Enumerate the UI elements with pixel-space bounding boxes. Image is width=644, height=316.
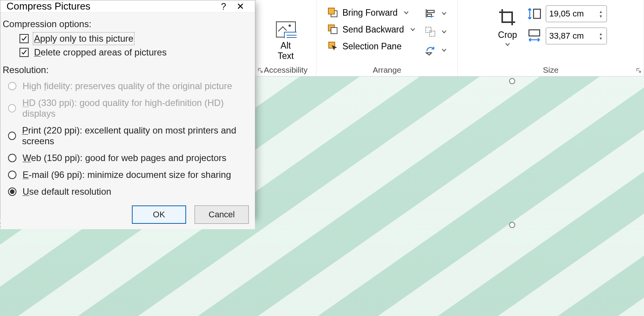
help-button[interactable]: ? <box>215 1 232 12</box>
compress-pictures-dialog: Compress Pictures ? ✕ Compression option… <box>0 0 255 218</box>
radio-print[interactable] <box>8 132 16 140</box>
radio-web-label[interactable]: Web (150 ppi): good for web pages and pr… <box>23 153 226 163</box>
svg-rect-6 <box>328 8 334 14</box>
bring-forward-split: Bring Forward <box>325 5 419 20</box>
resolution-heading: Resolution: <box>3 65 253 75</box>
send-backward-dropdown[interactable] <box>406 25 419 34</box>
cancel-button[interactable]: Cancel <box>195 205 249 224</box>
width-spin-down[interactable]: ▼ <box>598 36 603 40</box>
group-label-size: Size <box>543 63 559 75</box>
selection-pane-label: Selection Pane <box>342 41 402 52</box>
send-backward-label: Send Backward <box>342 24 404 35</box>
bring-forward-icon <box>327 7 339 18</box>
height-value: 19,05 cm <box>549 9 598 19</box>
svg-point-1 <box>289 24 291 27</box>
svg-rect-16 <box>529 30 540 36</box>
radio-hd-label: HD (330 ppi): good quality for high-defi… <box>22 98 253 119</box>
rotate-dropdown[interactable] <box>439 45 449 55</box>
crop-button[interactable]: Crop <box>495 5 521 49</box>
selection-pane-button[interactable]: Selection Pane <box>325 39 404 54</box>
apply-only-label[interactable]: Apply only to this picture <box>34 33 133 44</box>
svg-rect-8 <box>331 28 337 34</box>
bring-forward-button[interactable]: Bring Forward <box>325 5 400 20</box>
compression-options-heading: Compression options: <box>3 19 253 29</box>
group-label-accessibility: Accessibility <box>264 63 307 75</box>
height-spin-down[interactable]: ▼ <box>598 14 603 18</box>
ok-button[interactable]: OK <box>132 205 186 224</box>
close-button[interactable]: ✕ <box>232 1 249 12</box>
svg-rect-14 <box>430 31 435 36</box>
group-dropdown[interactable] <box>439 27 449 37</box>
group-label-arrange: Arrange <box>373 63 401 75</box>
radio-email[interactable] <box>8 171 16 179</box>
height-input[interactable]: 19,05 cm ▲ ▼ <box>546 5 607 22</box>
height-spin-up[interactable]: ▲ <box>598 10 603 13</box>
radio-email-label[interactable]: E-mail (96 ppi): minimize document size … <box>23 169 231 180</box>
ribbon: Alt Text Accessibility Bring F <box>255 0 644 77</box>
send-backward-icon <box>327 24 339 35</box>
ribbon-group-arrange: Bring Forward Send Back <box>316 0 458 76</box>
selection-pane-icon <box>327 41 339 52</box>
radio-hd <box>8 104 16 112</box>
dialog-title: Compress Pictures <box>6 0 215 12</box>
delete-cropped-checkbox[interactable] <box>19 48 29 57</box>
ribbon-group-size: Crop 19,05 cm ▲ <box>458 0 644 76</box>
svg-rect-13 <box>426 27 431 33</box>
height-icon <box>527 6 542 21</box>
alt-text-button[interactable]: Alt Text <box>273 19 299 63</box>
delete-cropped-label[interactable]: Delete cropped areas of pictures <box>34 47 167 58</box>
radio-high-fidelity-label: High fidelity: preserves quality of the … <box>23 81 232 91</box>
ribbon-group-accessibility: Alt Text Accessibility <box>255 0 316 76</box>
selection-pane-row: Selection Pane <box>325 39 419 54</box>
radio-web[interactable] <box>8 154 16 162</box>
radio-default-label[interactable]: Use default resolution <box>23 186 111 197</box>
radio-default[interactable] <box>8 187 16 196</box>
width-input[interactable]: 33,87 cm ▲ ▼ <box>546 28 607 44</box>
apply-only-checkbox[interactable] <box>19 34 29 43</box>
crop-dropdown-icon <box>505 42 510 47</box>
dialog-titlebar: Compress Pictures ? ✕ <box>0 0 255 13</box>
send-backward-split: Send Backward <box>325 22 419 37</box>
bring-forward-label: Bring Forward <box>342 8 397 18</box>
bring-forward-dropdown[interactable] <box>400 8 413 17</box>
rotate-button[interactable] <box>422 42 438 58</box>
group-button[interactable] <box>422 24 438 40</box>
crop-label: Crop <box>498 30 517 40</box>
width-value: 33,87 cm <box>549 31 598 41</box>
radio-print-label[interactable]: Print (220 ppi): excellent quality on mo… <box>22 125 253 147</box>
width-icon <box>527 28 542 44</box>
svg-rect-11 <box>427 10 434 13</box>
selection-handle-right[interactable] <box>509 222 515 228</box>
alt-text-label: Alt Text <box>277 41 294 62</box>
size-launcher[interactable] <box>635 67 642 74</box>
accessibility-launcher[interactable] <box>257 67 264 74</box>
crop-icon <box>497 7 518 28</box>
send-backward-button[interactable]: Send Backward <box>325 22 406 37</box>
radio-high-fidelity <box>8 82 16 90</box>
svg-rect-15 <box>534 9 540 18</box>
alt-text-icon <box>275 21 297 38</box>
align-button[interactable] <box>422 5 438 21</box>
width-spin-up[interactable]: ▲ <box>598 32 603 36</box>
selection-handle-top[interactable] <box>509 78 515 84</box>
align-dropdown[interactable] <box>439 8 449 18</box>
